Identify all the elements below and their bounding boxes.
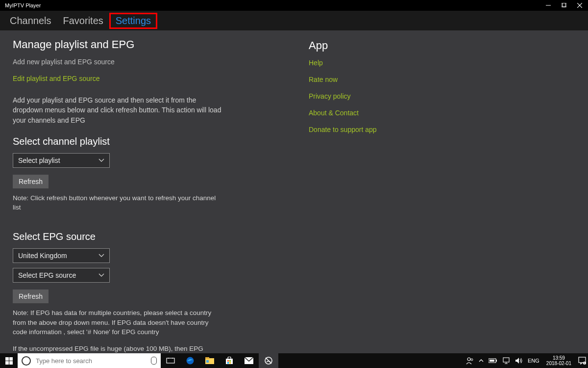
tab-favorites[interactable]: Favorites <box>57 13 109 28</box>
chevron-down-icon <box>98 158 104 162</box>
svg-text:1: 1 <box>584 362 586 365</box>
battery-icon[interactable] <box>489 358 497 363</box>
tab-bar: Channels Favorites Settings <box>0 11 588 30</box>
chevron-down-icon <box>98 273 104 277</box>
network-icon[interactable] <box>502 357 510 364</box>
windows-logo-icon <box>5 357 13 365</box>
file-explorer-icon[interactable] <box>200 353 220 368</box>
refresh-playlist-button[interactable]: Refresh <box>13 175 49 188</box>
svg-rect-14 <box>229 360 231 362</box>
svg-rect-25 <box>503 358 509 362</box>
app-heading: App <box>309 39 573 52</box>
svg-marker-28 <box>515 358 519 364</box>
epg-note-1: Note: If EPG has data for multiple count… <box>13 308 219 337</box>
taskbar-clock[interactable]: 13:59 2018-02-01 <box>544 355 573 367</box>
minimize-icon[interactable] <box>546 3 551 8</box>
manage-description: Add your playlist and EPG source and the… <box>13 95 223 125</box>
epg-source-dropdown-value: Select EPG source <box>18 271 76 279</box>
manage-heading: Manage playlist and EPG <box>13 38 294 51</box>
svg-line-19 <box>266 358 271 364</box>
svg-rect-24 <box>490 360 494 362</box>
chevron-down-icon <box>98 254 104 258</box>
edit-playlist-link[interactable]: Edit playlist and EPG source <box>13 75 294 82</box>
add-new-playlist-link[interactable]: Add new playlist and EPG source <box>13 58 294 66</box>
start-button[interactable] <box>0 353 18 368</box>
left-column: Manage playlist and EPG Add new playlist… <box>0 30 294 368</box>
svg-rect-10 <box>205 357 209 359</box>
donate-link[interactable]: Donate to support app <box>309 126 573 133</box>
playlist-dropdown[interactable]: Select playlist <box>13 153 110 168</box>
cortana-circle-icon <box>22 356 31 366</box>
playlist-note: Note: Click refresh button whenever you … <box>13 193 219 212</box>
volume-icon[interactable] <box>515 357 523 364</box>
svg-rect-11 <box>206 360 209 363</box>
privacy-policy-link[interactable]: Privacy policy <box>309 92 573 100</box>
taskbar-search[interactable]: Type here to search <box>18 353 161 368</box>
search-placeholder: Type here to search <box>36 357 151 365</box>
clock-time: 13:59 <box>553 355 565 361</box>
select-epg-heading: Select EPG source <box>13 231 294 242</box>
action-center-icon[interactable]: 1 <box>578 357 586 365</box>
window-controls <box>546 3 585 8</box>
rate-now-link[interactable]: Rate now <box>309 76 573 83</box>
window-title: MyIPTV Player <box>3 2 41 8</box>
taskbar: Type here to search <box>0 353 588 368</box>
svg-rect-13 <box>227 360 229 362</box>
help-link[interactable]: Help <box>309 59 573 67</box>
playlist-dropdown-value: Select playlist <box>18 157 60 164</box>
task-view-icon[interactable] <box>161 353 180 368</box>
people-icon[interactable] <box>466 357 474 365</box>
close-icon[interactable] <box>577 3 582 8</box>
country-dropdown[interactable]: United Kingdom <box>13 248 110 263</box>
mail-icon[interactable] <box>239 353 259 368</box>
language-indicator[interactable]: ENG <box>528 358 539 364</box>
svg-rect-23 <box>496 360 497 362</box>
about-contact-link[interactable]: About & Contact <box>309 109 573 117</box>
tab-settings[interactable]: Settings <box>109 13 157 29</box>
svg-rect-1 <box>562 3 565 7</box>
edge-icon[interactable] <box>180 353 200 368</box>
store-icon[interactable] <box>220 353 239 368</box>
title-bar: MyIPTV Player <box>0 0 588 11</box>
tray-chevron-up-icon[interactable] <box>479 359 484 363</box>
clock-date: 2018-02-01 <box>546 361 571 367</box>
tab-channels[interactable]: Channels <box>4 13 57 28</box>
svg-rect-5 <box>167 358 174 363</box>
svg-point-20 <box>467 358 470 361</box>
svg-point-21 <box>471 359 473 361</box>
system-tray: ENG 13:59 2018-02-01 1 <box>466 353 588 368</box>
right-column: App Help Rate now Privacy policy About &… <box>294 30 573 368</box>
microphone-icon[interactable] <box>151 357 157 365</box>
svg-rect-2 <box>563 3 566 7</box>
select-channel-heading: Select channel playlist <box>13 136 294 147</box>
taskbar-pinned-apps <box>161 353 278 368</box>
content-area: Manage playlist and EPG Add new playlist… <box>0 30 588 354</box>
svg-rect-15 <box>227 362 229 364</box>
epg-source-dropdown[interactable]: Select EPG source <box>13 268 110 283</box>
svg-rect-16 <box>229 362 231 364</box>
country-dropdown-value: United Kingdom <box>18 252 67 260</box>
taskbar-app-myiptv[interactable] <box>259 353 278 368</box>
maximize-icon[interactable] <box>562 3 566 8</box>
refresh-epg-button[interactable]: Refresh <box>13 289 49 303</box>
